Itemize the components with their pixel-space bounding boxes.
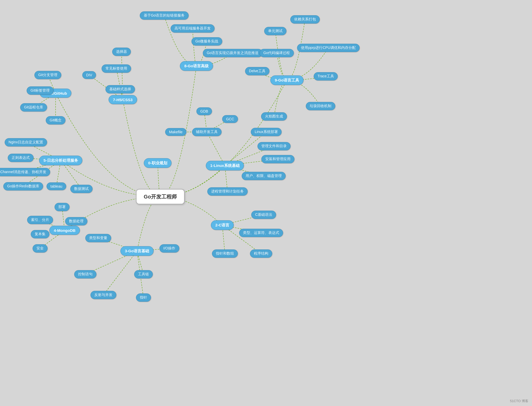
node-linux5: Linux系统部署 [251,128,282,136]
node-c4: 程序结构 [250,249,272,258]
node-mongo3: 索引、分片 [27,216,53,224]
node-h5_4: 基础样式选择 [105,85,135,93]
node-go8_3: Go微服务实战 [192,37,222,46]
node-go8_2: 高可用后端服务器开发 [171,24,215,33]
node-git4: Git概念 [46,116,65,124]
node-linux7: GDB [196,107,212,115]
node-go3_3: 反射与并发 [90,291,116,299]
node-git3: Git远程仓库 [20,103,47,112]
node-linux4: 进程管理和计划任务 [207,187,248,196]
node-linux3: 用户、权限、磁盘管理 [242,172,286,180]
node-n1: 1-Linux系统基础 [206,161,244,171]
node-mongo1: 部署 [55,203,70,211]
node-log4: tableau [47,182,66,190]
node-go9_1: 依赖关系打包 [290,15,320,24]
watermark: 51CTO 博客 [510,399,528,403]
node-center: Go开发工程师 [136,189,185,204]
node-go3_5: 指针 [136,293,151,302]
node-c3: 指针和数组 [212,249,238,258]
node-linux6: 辅助开发工具 [192,128,222,136]
node-log2: 正则表达式 [8,154,34,162]
node-mongo4: 复本集 [31,230,49,238]
node-linux8: GCC [222,115,238,123]
node-go9_4: 使用pprp进行CPU调优和内存分配 [297,44,360,52]
node-git1: Git分支管理 [34,71,61,79]
node-go3_1: 类型和变量 [85,234,111,242]
node-go9_5: Delve工具 [245,67,269,75]
node-n9: 9-Go语言工具 [270,76,303,85]
node-n8: 8-Go语言高级 [180,61,213,71]
node-n7: 7-H5/CSS3 [109,95,137,104]
node-h5_1: DIV [82,71,96,79]
node-linux1: 管理文件和目录 [257,142,291,150]
node-log1: Nginx日志自定义配置 [5,138,47,146]
node-go9_3: Go代码编译过程 [260,49,294,57]
node-n3: 3-Go语言基础 [120,246,154,256]
node-n2: 2-C语言 [211,220,234,230]
node-log3: Channel消息传递、协程开发 [0,168,50,176]
node-log5: 数据测试 [70,185,93,193]
node-go9_6: Trace工具 [314,72,338,80]
node-go3_6: I/O操作 [159,244,179,253]
node-go3_4: 工具链 [134,270,153,278]
node-git2: Git标签管理 [27,86,54,95]
node-n0: 0-职业规划 [144,158,171,168]
node-linux2: 安装和管理应用 [261,155,294,163]
node-mongo2: 数据处理 [65,217,87,225]
node-n4: 4-MongoDB [49,226,80,235]
node-c1: C基础语法 [251,211,276,219]
node-linux9: Makefile [165,128,186,136]
node-go8_1: 基于Go语言的短链接服务 [140,11,189,20]
node-n5: 5-日志分析处理服务 [39,156,82,165]
svg-line-5 [207,132,225,166]
svg-line-15 [103,251,137,295]
node-go8_4: Go语言实现亿级并发之消息推送 [203,49,263,57]
node-go3_2: 控制语句 [74,270,96,278]
node-h5_2: 常见标签使用 [102,64,131,73]
node-log6: Go操作Redis数据库 [3,182,43,190]
node-mongo5: 安全 [33,244,48,253]
node-go9_7: 垃圾回收机制 [306,102,335,110]
node-h5_3: 选择器 [112,48,131,56]
node-go9_8: 火焰图生成 [261,112,287,121]
node-c2: 类型、运算符、表达式 [239,229,283,237]
node-go9_2: 单元测试 [264,27,286,35]
